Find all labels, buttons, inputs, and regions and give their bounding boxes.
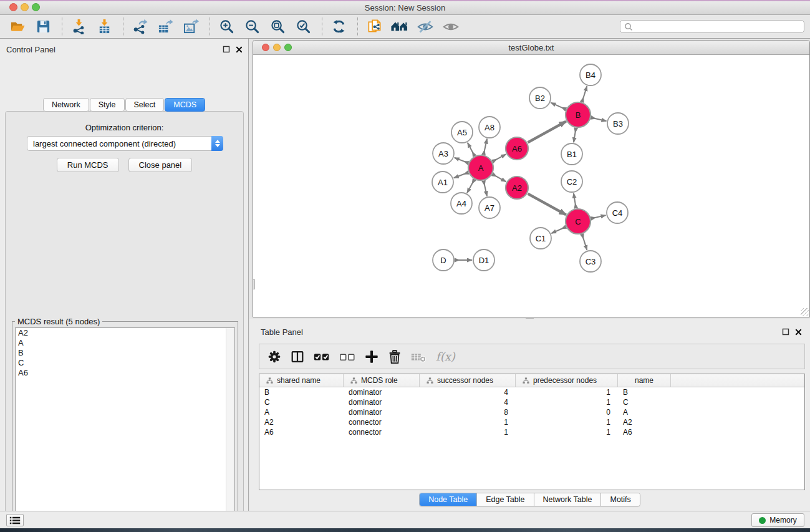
show-columns-button[interactable] bbox=[290, 348, 305, 365]
graph-edge-A-A1[interactable] bbox=[454, 173, 468, 178]
graph-edge-A-A6[interactable] bbox=[493, 154, 506, 161]
graph-node-C3[interactable]: C3 bbox=[580, 251, 601, 272]
select-all-rows-button[interactable] bbox=[313, 348, 330, 365]
graph-node-A1[interactable]: A1 bbox=[432, 172, 453, 193]
search-input[interactable] bbox=[634, 21, 804, 32]
window-resize-grip[interactable] bbox=[801, 308, 809, 316]
graph-node-A3[interactable]: A3 bbox=[433, 143, 454, 164]
table-row[interactable]: Bdominator41B bbox=[259, 387, 804, 397]
table-settings-button[interactable] bbox=[267, 348, 282, 365]
graph-node-B3[interactable]: B3 bbox=[607, 113, 629, 134]
run-mcds-button[interactable]: Run MCDS bbox=[57, 158, 119, 172]
graph-node-A2[interactable]: A2 bbox=[506, 177, 528, 199]
export-table-button[interactable] bbox=[157, 18, 174, 36]
zoom-fit-button[interactable] bbox=[269, 18, 286, 36]
graph-edge-A-A2[interactable] bbox=[493, 175, 506, 182]
graph-edge-C-C3[interactable] bbox=[582, 235, 587, 250]
search-field[interactable] bbox=[620, 20, 804, 33]
memory-button[interactable]: Memory bbox=[751, 513, 804, 527]
graph-edge-C-C1[interactable] bbox=[551, 227, 566, 233]
tab-motifs[interactable]: Motifs bbox=[601, 493, 639, 506]
delete-table-button[interactable] bbox=[410, 348, 428, 365]
graph-node-B1[interactable]: B1 bbox=[561, 143, 582, 165]
criterion-dropdown[interactable]: largest connected component (directed) bbox=[27, 136, 223, 151]
tab-mcds[interactable]: MCDS bbox=[165, 98, 205, 112]
graph-edge-C-C4[interactable] bbox=[591, 215, 605, 218]
network-scrollbar-nub[interactable] bbox=[253, 279, 255, 289]
tab-edge-table[interactable]: Edge Table bbox=[477, 493, 534, 506]
tab-select[interactable]: Select bbox=[125, 98, 165, 112]
column-header[interactable]: name bbox=[618, 374, 671, 387]
table-row[interactable]: Cdominator41C bbox=[259, 397, 804, 407]
mcds-result-item[interactable]: A2 bbox=[16, 328, 234, 338]
graph-node-D[interactable]: D bbox=[433, 249, 454, 271]
graph-edge-B-B3[interactable] bbox=[591, 118, 606, 121]
graph-edge-B-B4[interactable] bbox=[582, 86, 587, 102]
column-header[interactable]: shared name bbox=[259, 374, 344, 387]
network-file-button[interactable] bbox=[365, 18, 383, 36]
graph-node-B4[interactable]: B4 bbox=[580, 64, 601, 85]
graph-node-C2[interactable]: C2 bbox=[561, 171, 582, 192]
graph-edge-A6-B[interactable] bbox=[528, 122, 566, 143]
close-mcds-panel-button[interactable]: Close panel bbox=[128, 158, 193, 172]
tab-network-table[interactable]: Network Table bbox=[534, 493, 602, 506]
task-history-button[interactable] bbox=[6, 514, 24, 526]
graph-edge-B-B1[interactable] bbox=[574, 128, 576, 143]
refresh-layout-button[interactable] bbox=[330, 18, 347, 36]
show-network-button[interactable] bbox=[442, 18, 460, 36]
tab-node-table[interactable]: Node Table bbox=[420, 493, 477, 506]
table-row[interactable]: A2connector11A2 bbox=[259, 417, 804, 427]
result-list-scrollbar[interactable] bbox=[226, 328, 234, 532]
tab-style[interactable]: Style bbox=[90, 98, 125, 112]
column-header[interactable]: MCDS role bbox=[344, 374, 420, 387]
graph-node-A4[interactable]: A4 bbox=[451, 193, 472, 214]
mcds-result-item[interactable]: A bbox=[16, 338, 234, 348]
mcds-result-item[interactable]: C bbox=[16, 358, 234, 368]
graph-edge-A-A4[interactable] bbox=[467, 180, 474, 193]
graph-node-A8[interactable]: A8 bbox=[479, 117, 500, 138]
mcds-result-list[interactable]: A2ABCA6 bbox=[15, 327, 235, 532]
graph-edge-A2-C[interactable] bbox=[528, 194, 566, 215]
float-panel-button[interactable] bbox=[222, 46, 230, 54]
graph-edge-A-A5[interactable] bbox=[468, 143, 475, 156]
graph-node-C[interactable]: C bbox=[566, 209, 591, 234]
graph-node-B2[interactable]: B2 bbox=[529, 87, 551, 109]
close-panel-button[interactable] bbox=[235, 46, 243, 54]
network-window-titlebar[interactable]: testGlobe.txt bbox=[253, 41, 809, 55]
save-session-button[interactable] bbox=[34, 18, 52, 36]
graph-node-A7[interactable]: A7 bbox=[479, 197, 500, 218]
hide-network-button[interactable] bbox=[417, 18, 434, 36]
tab-network[interactable]: Network bbox=[43, 98, 89, 112]
function-builder-button[interactable]: f(x) bbox=[436, 348, 455, 365]
close-table-panel-button[interactable] bbox=[794, 328, 803, 336]
column-header[interactable]: predecessor nodes bbox=[516, 374, 618, 387]
graph-edge-B-B2[interactable] bbox=[551, 103, 566, 109]
graph-edge-A-A3[interactable] bbox=[455, 158, 468, 163]
network-graph[interactable]: B4B2BB3A8A5A6A3B1AC2A1A2A4A7C4CC1C3DD1 bbox=[253, 55, 809, 317]
graph-edge-A-A8[interactable] bbox=[484, 139, 487, 155]
delete-column-button[interactable] bbox=[387, 348, 402, 365]
mcds-result-item[interactable]: B bbox=[16, 348, 234, 358]
graph-edge-A-A7[interactable] bbox=[484, 181, 487, 196]
table-row[interactable]: Adominator80A bbox=[259, 407, 804, 417]
import-table-button[interactable] bbox=[95, 18, 113, 36]
graph-node-D1[interactable]: D1 bbox=[473, 249, 494, 271]
graph-node-B[interactable]: B bbox=[566, 102, 591, 127]
zoom-in-button[interactable] bbox=[218, 18, 235, 36]
graph-node-A[interactable]: A bbox=[468, 155, 493, 180]
import-network-button[interactable] bbox=[70, 18, 87, 36]
table-row[interactable]: A6connector11A6 bbox=[259, 427, 804, 437]
show-all-networks-button[interactable] bbox=[391, 18, 408, 36]
mcds-result-item[interactable]: A6 bbox=[16, 368, 234, 378]
float-table-panel-button[interactable] bbox=[781, 328, 789, 336]
column-header[interactable]: successor nodes bbox=[420, 374, 516, 387]
graph-edge-C-C2[interactable] bbox=[574, 193, 576, 208]
export-network-button[interactable] bbox=[131, 18, 148, 36]
deselect-all-rows-button[interactable] bbox=[339, 348, 356, 365]
graph-node-C1[interactable]: C1 bbox=[530, 228, 551, 249]
graph-node-C4[interactable]: C4 bbox=[607, 202, 628, 223]
open-session-button[interactable] bbox=[9, 18, 26, 36]
zoom-out-button[interactable] bbox=[243, 18, 261, 36]
export-image-button[interactable] bbox=[182, 18, 200, 36]
network-canvas[interactable]: B4B2BB3A8A5A6A3B1AC2A1A2A4A7C4CC1C3DD1 bbox=[253, 55, 809, 317]
